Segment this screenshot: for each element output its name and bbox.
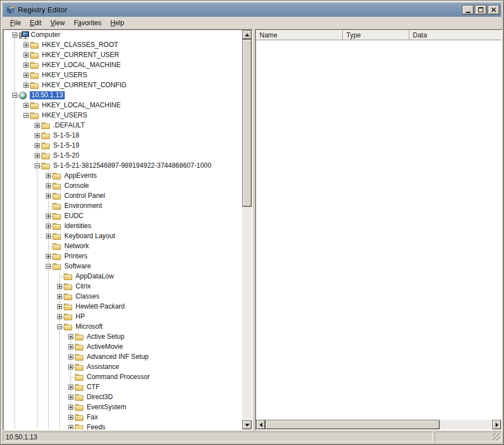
tree-node-hkey-users[interactable]: HKEY_USERS bbox=[4, 70, 242, 81]
tree-node-s-1-5-18[interactable]: S-1-5-18 bbox=[4, 131, 242, 141]
expand-plus-toggle[interactable] bbox=[68, 364, 73, 370]
tree-node-appdatalow[interactable]: AppDataLow bbox=[4, 272, 242, 282]
collapse-minus-toggle[interactable] bbox=[35, 163, 40, 168]
expand-plus-toggle[interactable] bbox=[35, 153, 40, 158]
tree-node-citrix[interactable]: Citrix bbox=[4, 282, 242, 292]
tree-node-hkey-local-machine[interactable]: HKEY_LOCAL_MACHINE bbox=[4, 101, 242, 111]
column-header-data[interactable]: Data bbox=[409, 30, 501, 40]
tree-node-advanced-inf-setup[interactable]: Advanced INF Setup bbox=[4, 352, 242, 362]
menu-favorites[interactable]: Favorites bbox=[69, 17, 106, 29]
maximize-button[interactable] bbox=[475, 5, 487, 15]
expand-plus-toggle[interactable] bbox=[23, 83, 29, 88]
collapse-minus-toggle[interactable] bbox=[12, 32, 17, 37]
vertical-scroll-thumb[interactable] bbox=[242, 39, 252, 207]
tree-node-appevents[interactable]: AppEvents bbox=[4, 171, 242, 181]
tree-node-hkey-local-machine[interactable]: HKEY_LOCAL_MACHINE bbox=[4, 60, 242, 70]
tree-node-assistance[interactable]: Assistance bbox=[4, 362, 242, 372]
collapse-minus-toggle[interactable] bbox=[23, 113, 29, 118]
tree-node-microsoft[interactable]: Microsoft bbox=[4, 322, 242, 332]
expand-plus-toggle[interactable] bbox=[46, 193, 51, 198]
expand-plus-toggle[interactable] bbox=[68, 415, 73, 420]
tree-node-hkey-current-user[interactable]: HKEY_CURRENT_USER bbox=[4, 50, 242, 60]
expand-plus-toggle[interactable] bbox=[68, 344, 73, 349]
tree-node-control-panel[interactable]: Control Panel bbox=[4, 191, 242, 201]
tree-node-label: Active Setup bbox=[86, 333, 125, 340]
expand-plus-toggle[interactable] bbox=[23, 63, 29, 68]
expand-plus-toggle[interactable] bbox=[68, 425, 73, 429]
tree-node-console[interactable]: Console bbox=[4, 181, 242, 191]
collapse-minus-toggle[interactable] bbox=[57, 324, 62, 329]
expand-plus-toggle[interactable] bbox=[68, 354, 73, 359]
scroll-down-button[interactable] bbox=[242, 420, 252, 429]
tree-node-hp[interactable]: HP bbox=[4, 312, 242, 322]
expand-plus-toggle[interactable] bbox=[23, 103, 29, 108]
expand-plus-toggle[interactable] bbox=[35, 143, 40, 148]
tree-node-ctf[interactable]: CTF bbox=[4, 382, 242, 392]
tree-node-hkey-classes-root[interactable]: HKEY_CLASSES_ROOT bbox=[4, 40, 242, 50]
tree-node-activemovie[interactable]: ActiveMovie bbox=[4, 342, 242, 352]
collapse-minus-toggle[interactable] bbox=[46, 264, 51, 269]
menu-file[interactable]: File bbox=[6, 17, 25, 29]
expand-plus-toggle[interactable] bbox=[57, 294, 62, 299]
tree-node-feeds[interactable]: Feeds bbox=[4, 423, 242, 429]
tree-node-environment[interactable]: Environment bbox=[4, 201, 242, 211]
tree-node-network[interactable]: Network bbox=[4, 242, 242, 252]
tree-node-fax[interactable]: Fax bbox=[4, 413, 242, 423]
tree-node-s-1-5-19[interactable]: S-1-5-19 bbox=[4, 141, 242, 151]
tree-node-identities[interactable]: Identities bbox=[4, 221, 242, 231]
scroll-up-button[interactable] bbox=[242, 30, 252, 39]
expand-plus-toggle[interactable] bbox=[46, 254, 51, 259]
tree-node-direct3d[interactable]: Direct3D bbox=[4, 392, 242, 403]
menu-view[interactable]: View bbox=[46, 17, 69, 29]
tree-node-eudc[interactable]: EUDC bbox=[4, 211, 242, 221]
menu-help[interactable]: Help bbox=[106, 17, 129, 29]
tree-vertical-scrollbar[interactable] bbox=[242, 30, 252, 429]
expand-plus-toggle[interactable] bbox=[57, 314, 62, 319]
expand-plus-toggle[interactable] bbox=[68, 334, 73, 339]
expand-plus-toggle[interactable] bbox=[46, 173, 51, 178]
collapse-minus-toggle[interactable] bbox=[12, 93, 17, 98]
expand-plus-toggle[interactable] bbox=[57, 284, 62, 289]
tree-node-software[interactable]: Software bbox=[4, 262, 242, 272]
tree-guide-line bbox=[15, 171, 15, 181]
expand-plus-toggle[interactable] bbox=[23, 53, 29, 58]
expand-plus-toggle[interactable] bbox=[68, 395, 73, 400]
title-bar[interactable]: Registry Editor bbox=[3, 3, 501, 17]
tree-node-s-1-5-21-3812546897-989194922-3744868607-1000[interactable]: S-1-5-21-3812546897-989194922-3744868607… bbox=[4, 161, 242, 171]
tree-node-printers[interactable]: Printers bbox=[4, 252, 242, 262]
horizontal-scroll-thumb[interactable] bbox=[265, 420, 440, 429]
menu-edit[interactable]: Edit bbox=[25, 17, 46, 29]
column-header-type[interactable]: Type bbox=[343, 30, 409, 40]
tree-node-hkey-current-config[interactable]: HKEY_CURRENT_CONFIG bbox=[4, 81, 242, 91]
expand-plus-toggle[interactable] bbox=[46, 234, 51, 239]
scroll-left-button[interactable] bbox=[256, 420, 265, 429]
expand-plus-toggle[interactable] bbox=[35, 123, 40, 128]
column-header-name[interactable]: Name bbox=[256, 30, 343, 40]
tree-node-keyboard-layout[interactable]: Keyboard Layout bbox=[4, 231, 242, 242]
tree-node-eventsystem[interactable]: EventSystem bbox=[4, 403, 242, 413]
tree-node-computer[interactable]: Computer bbox=[4, 30, 242, 40]
tree-node-10-50-1-13[interactable]: 10.50.1.13 bbox=[4, 91, 242, 101]
expand-plus-toggle[interactable] bbox=[46, 214, 51, 219]
resize-grip-icon[interactable] bbox=[493, 433, 500, 441]
expand-plus-toggle[interactable] bbox=[46, 183, 51, 188]
tree-node-active-setup[interactable]: Active Setup bbox=[4, 332, 242, 342]
expand-plus-toggle[interactable] bbox=[23, 73, 29, 78]
computer-icon bbox=[19, 31, 29, 39]
scroll-right-button[interactable] bbox=[492, 420, 501, 429]
tree-node-classes[interactable]: Classes bbox=[4, 292, 242, 302]
tree-node-hewlett-packard[interactable]: Hewlett-Packard bbox=[4, 302, 242, 312]
expand-plus-toggle[interactable] bbox=[68, 385, 73, 390]
tree-node-command-processor[interactable]: Command Processor bbox=[4, 372, 242, 382]
tree-node-s-1-5-20[interactable]: S-1-5-20 bbox=[4, 151, 242, 161]
minimize-button[interactable] bbox=[462, 5, 474, 15]
expand-plus-toggle[interactable] bbox=[68, 405, 73, 410]
list-horizontal-scrollbar[interactable] bbox=[256, 420, 501, 429]
expand-plus-toggle[interactable] bbox=[46, 224, 51, 229]
expand-plus-toggle[interactable] bbox=[35, 133, 40, 138]
close-button[interactable] bbox=[488, 5, 500, 15]
tree-node-hkey-users[interactable]: HKEY_USERS bbox=[4, 111, 242, 121]
expand-plus-toggle[interactable] bbox=[57, 304, 62, 309]
expand-plus-toggle[interactable] bbox=[23, 42, 29, 48]
tree-node-default[interactable]: .DEFAULT bbox=[4, 121, 242, 131]
